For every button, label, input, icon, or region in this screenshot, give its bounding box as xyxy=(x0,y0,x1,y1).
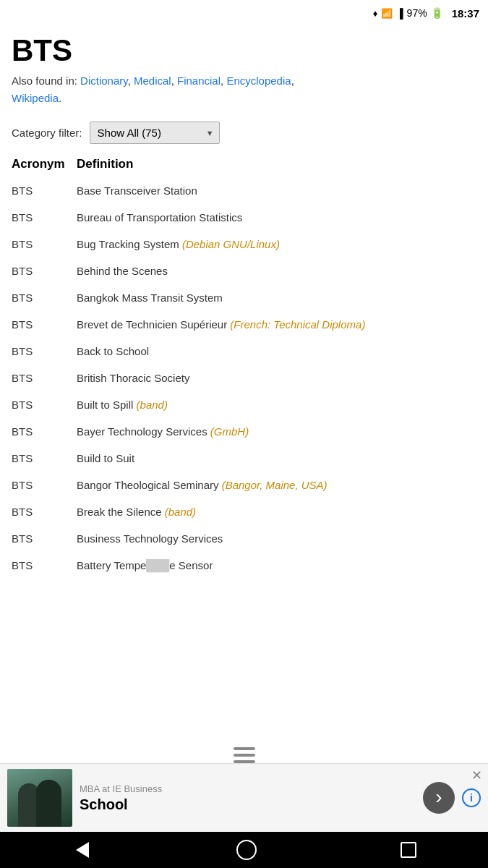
link-medical[interactable]: Medical xyxy=(134,75,171,87)
col-acronym: Acronym xyxy=(12,151,77,177)
ad-title-line: School xyxy=(80,796,416,813)
status-bar: ♦ 📶 ▐ 97% 🔋 18:37 xyxy=(0,0,488,26)
definition-cell: Brevet de Technicien Supérieur (French: … xyxy=(77,311,476,338)
nav-recent-button[interactable] xyxy=(401,842,416,858)
hamburger-menu-icon xyxy=(234,747,255,763)
acronym-cell: BTS xyxy=(12,418,77,445)
also-found-section: Also found in: Dictionary, Medical, Fina… xyxy=(12,72,476,107)
definition-cell: Bayer Technology Services (GmbH) xyxy=(77,418,476,445)
ad-banner: MBA at IE Business School i ✕ xyxy=(0,763,488,832)
table-row: BTS Back to School xyxy=(12,338,476,365)
definition-cell: Bangkok Mass Transit System xyxy=(77,284,476,311)
link-encyclopedia[interactable]: Encyclopedia xyxy=(226,75,291,87)
person2-silhouette xyxy=(36,780,61,827)
col-definition: Definition xyxy=(77,151,476,177)
nav-home-button[interactable] xyxy=(236,840,257,860)
ham-line-3 xyxy=(234,760,255,763)
acronym-cell: BTS xyxy=(12,258,77,284)
table-row: BTS Behind the Scenes xyxy=(12,258,476,284)
ad-image xyxy=(7,769,72,827)
table-row: BTS Business Technology Services xyxy=(12,525,476,552)
ad-text-block: MBA at IE Business School xyxy=(80,783,416,813)
qualifier: (band) xyxy=(137,399,168,411)
category-select-wrapper: Show All (75) xyxy=(90,122,220,144)
ad-info-button[interactable]: i xyxy=(462,788,481,807)
signal-icon: ♦ xyxy=(373,8,378,19)
qualifier: (Bangor, Maine, USA) xyxy=(222,479,328,491)
link-wikipedia[interactable]: Wikipedia xyxy=(12,92,59,104)
back-icon xyxy=(76,842,89,858)
acronym-cell: BTS xyxy=(12,472,77,498)
table-row: BTS Break the Silence (band) xyxy=(12,498,476,525)
nav-bar xyxy=(0,832,488,868)
table-row: BTS Brevet de Technicien Supérieur (Fren… xyxy=(12,311,476,338)
acronym-cell: BTS xyxy=(12,525,77,552)
acronym-cell: BTS xyxy=(12,311,77,338)
acronym-cell: BTS xyxy=(12,338,77,365)
page-title: BTS xyxy=(12,33,476,68)
acronym-cell: BTS xyxy=(12,231,77,258)
definition-cell: Bureau of Transportation Statistics xyxy=(77,204,476,231)
acronym-cell: BTS xyxy=(12,177,77,204)
definition-cell: Battery Tempe███e Sensor xyxy=(77,552,476,579)
table-row: BTS Bayer Technology Services (GmbH) xyxy=(12,418,476,445)
ad-top-line: MBA at IE Business xyxy=(80,783,416,794)
definition-cell: Bug Tracking System (Debian GNU/Linux) xyxy=(77,231,476,258)
definition-cell: British Thoracic Society xyxy=(77,365,476,391)
table-row: BTS Battery Tempe███e Sensor xyxy=(12,552,476,579)
acronym-cell: BTS xyxy=(12,445,77,472)
acronym-table: Acronym Definition BTS Base Transceiver … xyxy=(12,151,476,579)
qualifier: (French: Technical Diploma) xyxy=(230,318,365,331)
table-row: BTS Bureau of Transportation Statistics xyxy=(12,204,476,231)
definition-cell: Base Transceiver Station xyxy=(77,177,476,204)
table-row: BTS Build to Suit xyxy=(12,445,476,472)
battery-percent: 97% xyxy=(407,7,427,19)
qualifier: (band) xyxy=(165,506,196,518)
ham-line-2 xyxy=(234,754,255,757)
table-row: BTS Bug Tracking System (Debian GNU/Linu… xyxy=(12,231,476,258)
category-filter-label: Category filter: xyxy=(12,127,82,139)
acronym-cell: BTS xyxy=(12,498,77,525)
ad-arrow-button[interactable] xyxy=(423,782,455,814)
ad-people-silhouette xyxy=(7,769,72,827)
acronym-cell: BTS xyxy=(12,204,77,231)
qualifier: (Debian GNU/Linux) xyxy=(182,238,280,250)
cell-signal-icon: ▐ xyxy=(396,8,403,19)
table-row: BTS Bangkok Mass Transit System xyxy=(12,284,476,311)
battery-icon: 🔋 xyxy=(431,7,443,19)
ad-close-button[interactable]: ✕ xyxy=(471,767,482,783)
definition-cell: Back to School xyxy=(77,338,476,365)
qualifier: (GmbH) xyxy=(210,425,249,438)
table-row: BTS Base Transceiver Station xyxy=(12,177,476,204)
acronym-cell: BTS xyxy=(12,284,77,311)
table-row: BTS British Thoracic Society xyxy=(12,365,476,391)
link-financial[interactable]: Financial xyxy=(177,75,221,87)
nav-back-button[interactable] xyxy=(72,839,93,861)
category-filter-row: Category filter: Show All (75) xyxy=(12,122,476,144)
table-row: BTS Built to Spill (band) xyxy=(12,391,476,418)
definition-cell: Behind the Scenes xyxy=(77,258,476,284)
also-found-prefix: Also found in: xyxy=(12,75,80,87)
definition-cell: Break the Silence (band) xyxy=(77,498,476,525)
definition-cell: Business Technology Services xyxy=(77,525,476,552)
definition-cell: Build to Suit xyxy=(77,445,476,472)
link-dictionary[interactable]: Dictionary xyxy=(80,75,128,87)
table-row: BTS Bangor Theological Seminary (Bangor,… xyxy=(12,472,476,498)
acronym-cell: BTS xyxy=(12,391,77,418)
definition-cell: Built to Spill (band) xyxy=(77,391,476,418)
acronym-cell: BTS xyxy=(12,552,77,579)
status-time: 18:37 xyxy=(452,7,479,20)
ham-line-1 xyxy=(234,747,255,750)
acronym-cell: BTS xyxy=(12,365,77,391)
main-content: BTS Also found in: Dictionary, Medical, … xyxy=(0,26,488,694)
definition-cell: Bangor Theological Seminary (Bangor, Mai… xyxy=(77,472,476,498)
wifi-icon: 📶 xyxy=(381,8,393,19)
category-select[interactable]: Show All (75) xyxy=(90,122,220,144)
status-icons: ♦ 📶 ▐ 97% 🔋 xyxy=(373,7,443,19)
